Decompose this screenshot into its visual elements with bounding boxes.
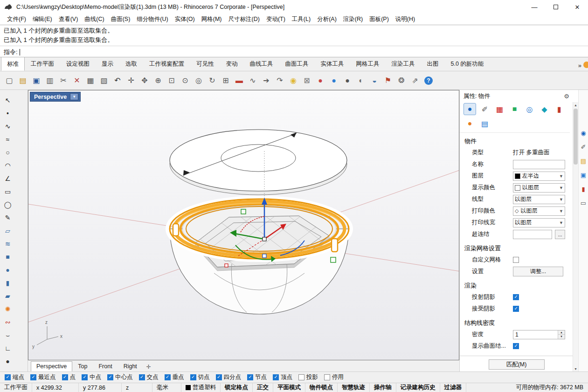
ribbon-tab[interactable]: 出图 — [421, 57, 445, 71]
osnap-checkbox[interactable] — [30, 374, 36, 380]
hyperlink-browse-button[interactable]: ... — [555, 230, 565, 239]
toolbar-button[interactable]: ✥ — [138, 74, 151, 87]
osnap-checkbox[interactable] — [247, 374, 253, 380]
sidebar-tool-button[interactable]: ∾ — [1, 316, 14, 329]
ribbon-tab[interactable]: 标准 — [1, 57, 25, 71]
custom-mesh-checkbox[interactable] — [513, 257, 519, 263]
layer-dropdown[interactable]: 左半边 ▼ — [513, 172, 565, 181]
toolbar-button[interactable]: ● — [341, 74, 354, 87]
properties-tab-button[interactable]: ■ — [508, 103, 521, 115]
status-toggle[interactable]: 记录建构历史 — [396, 383, 440, 392]
gumball-origin[interactable] — [263, 237, 266, 241]
toolbar-button[interactable]: ▤ — [16, 74, 29, 87]
layers-panel-tab-icon[interactable]: ▤ — [581, 158, 586, 164]
properties-tab-button[interactable]: ◎ — [523, 103, 536, 115]
osnap-checkbox[interactable] — [298, 374, 304, 380]
status-toggle[interactable]: 智慧轨迹 — [338, 383, 370, 392]
sidebar-tool-button[interactable]: ✎ — [1, 211, 14, 224]
sidebar-tool-button[interactable]: ◯ — [1, 198, 14, 211]
linetype-dropdown[interactable]: 以图层 ▼ — [513, 195, 565, 204]
properties-scrollbar[interactable]: ▲ ▼ — [573, 102, 578, 371]
scroll-up-icon[interactable]: ▲ — [573, 102, 578, 108]
properties-tab-button[interactable]: ✐ — [478, 103, 491, 115]
properties-tab-button[interactable]: ▮ — [553, 103, 566, 115]
toolbar-button[interactable]: ⊙ — [179, 74, 192, 87]
menu-item[interactable]: 查看(V) — [55, 14, 82, 25]
osnap-item[interactable]: 顶点 — [273, 373, 292, 381]
toolbar-button[interactable]: ⊡ — [165, 74, 178, 87]
hyperlink-field[interactable] — [513, 230, 552, 239]
menu-item[interactable]: 文件(F) — [4, 14, 29, 25]
status-toggle[interactable]: 正交 — [253, 383, 273, 392]
match-button[interactable]: 匹配(M) — [489, 359, 545, 370]
toolbar-button[interactable]: ↷ — [273, 74, 286, 87]
toolbar-button[interactable]: ↻ — [206, 74, 219, 87]
print-width-dropdown[interactable]: 以图层 ▼ — [513, 218, 565, 227]
ribbon-tab[interactable]: 可见性 — [190, 57, 220, 71]
osnap-checkbox[interactable] — [165, 374, 171, 380]
status-toggle[interactable]: 操作轴 — [370, 383, 396, 392]
menu-item[interactable]: 渲染(R) — [340, 14, 366, 25]
osnap-item[interactable]: 四分点 — [216, 373, 242, 381]
toolbar-button[interactable]: ● — [327, 74, 340, 87]
toolbar-button[interactable]: ⊠ — [300, 74, 313, 87]
toolbar-button[interactable]: ? — [422, 74, 435, 87]
help-panel-tab-icon[interactable]: ▮ — [581, 186, 585, 192]
menu-item[interactable]: 曲线(C) — [81, 14, 107, 25]
show-isocurve-checkbox[interactable] — [513, 343, 519, 349]
toolbar-button[interactable]: ↶ — [111, 74, 124, 87]
ribbon-tab[interactable]: 渲染工具 — [386, 57, 421, 71]
osnap-item[interactable]: 停用 — [324, 373, 344, 381]
osnap-item[interactable]: 交点 — [139, 373, 159, 381]
panel-options-gear-icon[interactable]: ⚙ — [564, 93, 569, 100]
spinner-down-icon[interactable]: ▼ — [558, 335, 565, 339]
ribbon-tab[interactable]: 显示 — [96, 57, 119, 71]
toolbar-button[interactable]: ⚑ — [381, 74, 394, 87]
toolbar-button[interactable]: ▧ — [97, 74, 111, 87]
scroll-down-icon[interactable]: ▼ — [573, 366, 578, 371]
toolbar-button[interactable]: ● — [314, 74, 327, 87]
menu-item[interactable]: 说明(H) — [392, 14, 418, 25]
gumball-z-handle[interactable] — [263, 254, 266, 258]
sidebar-tool-button[interactable]: ⌣ — [1, 329, 14, 342]
properties-tab-button[interactable]: ● — [463, 103, 476, 115]
gumball-x-handle[interactable] — [225, 264, 228, 267]
menu-item[interactable]: 面板(P) — [366, 14, 392, 25]
menu-item[interactable]: 编辑(E) — [29, 14, 55, 25]
material-panel-tab-icon[interactable]: ✐ — [581, 144, 586, 150]
osnap-checkbox[interactable] — [190, 374, 196, 380]
sidebar-tool-button[interactable]: ≈ — [1, 133, 14, 146]
sidebar-tool-button[interactable]: ◠ — [1, 159, 14, 172]
scrollbar-thumb[interactable] — [574, 109, 578, 165]
sidebar-tool-button[interactable]: ∿ — [1, 120, 14, 133]
sidebar-tool-button[interactable]: ≋ — [1, 237, 14, 250]
sidebar-tool-button[interactable]: ○ — [1, 146, 14, 159]
status-toggle[interactable]: 物件锁点 — [305, 383, 338, 392]
osnap-item[interactable]: 端点 — [5, 373, 24, 381]
rendering-panel-tab-icon[interactable]: ▭ — [581, 200, 586, 206]
toolbar-button[interactable]: ✛ — [125, 74, 138, 87]
menu-item[interactable]: 工具(L) — [289, 14, 314, 25]
units-indicator[interactable]: 毫米 — [152, 383, 181, 392]
viewport-perspective[interactable]: z x y Perspective ▼ — [28, 90, 459, 360]
toolbar-button[interactable]: ▦ — [84, 74, 97, 87]
command-prompt[interactable]: 指令: — [0, 46, 588, 58]
tab-overflow-chevron[interactable]: » — [577, 62, 582, 71]
gumball-scale-handle-right[interactable] — [331, 257, 336, 262]
add-viewport-icon[interactable]: ✛ — [143, 362, 155, 371]
sidebar-tool-button[interactable]: ● — [1, 263, 14, 276]
osnap-item[interactable]: 最近点 — [30, 373, 56, 381]
ribbon-tab[interactable]: 曲线工具 — [244, 57, 279, 71]
ribbon-tab[interactable]: 设定视图 — [60, 57, 96, 71]
osnap-item[interactable]: 中心点 — [107, 373, 133, 381]
sidebar-tool-button[interactable]: ∟ — [1, 342, 14, 355]
menu-item[interactable]: 实体(O) — [172, 14, 198, 25]
osnap-item[interactable]: 切点 — [190, 373, 210, 381]
menu-item[interactable]: 变动(T) — [263, 14, 289, 25]
ribbon-tab[interactable]: 5.0 的新功能 — [445, 57, 490, 71]
cplane-menu[interactable]: 工作平面 — [0, 383, 32, 392]
viewport-tab[interactable]: Perspective — [31, 361, 72, 371]
osnap-checkbox[interactable] — [107, 374, 113, 380]
ribbon-tab[interactable]: 变动 — [220, 57, 244, 71]
maximize-button[interactable] — [545, 0, 567, 14]
